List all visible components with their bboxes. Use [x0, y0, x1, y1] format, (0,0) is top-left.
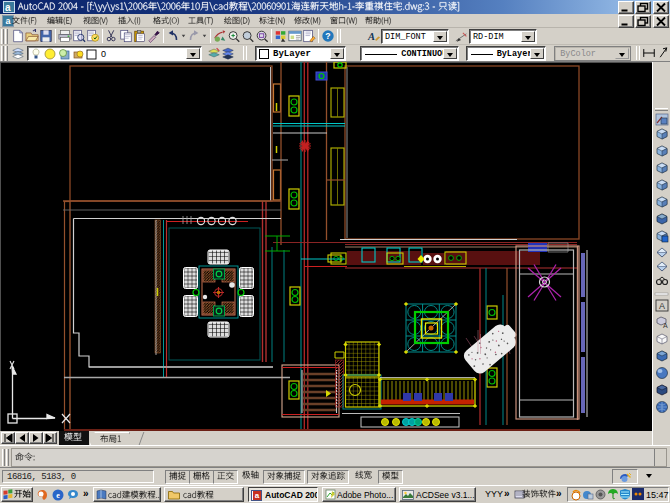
svg-text:A: A — [367, 31, 375, 42]
svg-text:?: ? — [325, 31, 330, 41]
svg-text:A: A — [663, 322, 668, 329]
svg-text:A: A — [659, 301, 665, 311]
svg-text:e: e — [56, 491, 60, 500]
